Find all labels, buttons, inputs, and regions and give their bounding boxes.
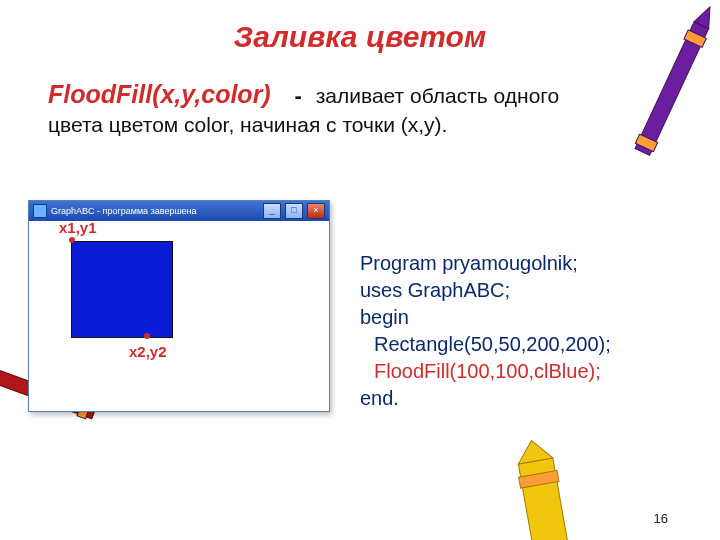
window-title: GraphABC - программа завершена xyxy=(51,206,259,216)
filled-rectangle xyxy=(71,241,173,338)
window-maximize-button[interactable]: □ xyxy=(285,203,303,219)
intro-paragraph: FloodFill(x,y,color) - заливает область … xyxy=(48,78,608,138)
point-marker-1 xyxy=(69,237,75,243)
canvas-area: x1,y1 x2,y2 xyxy=(29,221,329,411)
graphabc-window: GraphABC - программа завершена _ □ × x1,… xyxy=(28,200,330,412)
window-minimize-button[interactable]: _ xyxy=(263,203,281,219)
point-label-1: x1,y1 xyxy=(59,219,97,236)
code-line: begin xyxy=(360,304,611,331)
code-line: end. xyxy=(360,385,611,412)
crayon-icon xyxy=(489,428,600,540)
function-signature: FloodFill(x,y,color) xyxy=(48,80,271,108)
slide-title: Заливка цветом xyxy=(0,20,720,54)
code-line: uses GraphABC; xyxy=(360,277,611,304)
dash: - xyxy=(277,83,310,108)
code-block: Program pryamougolnik; uses GraphABC; be… xyxy=(360,250,611,412)
svg-rect-8 xyxy=(518,458,569,540)
window-titlebar: GraphABC - программа завершена _ □ × xyxy=(29,201,329,221)
page-number: 16 xyxy=(654,511,668,526)
point-marker-2 xyxy=(144,333,150,339)
point-label-2: x2,y2 xyxy=(129,343,167,360)
code-line: FloodFill(100,100,clBlue); xyxy=(360,358,611,385)
code-line: Rectangle(50,50,200,200); xyxy=(360,331,611,358)
code-line: Program pryamougolnik; xyxy=(360,250,611,277)
window-close-button[interactable]: × xyxy=(307,203,325,219)
window-app-icon xyxy=(33,204,47,218)
